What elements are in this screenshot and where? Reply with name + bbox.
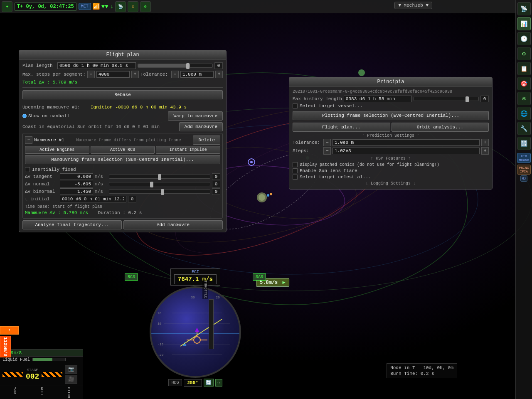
warp-indicator: 1125m/S	[0, 336, 11, 357]
alarm-icon: ⊙	[128, 1, 138, 12]
select-target-label: Select target vessel...	[300, 103, 363, 108]
burn-time: Burn Time: 0.2 s	[390, 371, 453, 376]
max-history-label: Max history length	[293, 96, 342, 101]
liquid-fuel-bar	[32, 358, 66, 361]
t-initial-input[interactable]	[60, 196, 126, 202]
max-steps-plus[interactable]: +	[131, 71, 139, 78]
comm-icon: 📡	[115, 1, 126, 12]
manoeuvre-dv-label: Manœuvre Δv : 5.789 m/s	[25, 210, 88, 215]
p-steps-plus[interactable]: +	[481, 147, 489, 155]
warp-button[interactable]: Warp to manœuvre	[168, 111, 223, 121]
met-badge: MET	[79, 3, 91, 10]
p-tolerance-input[interactable]	[332, 139, 480, 146]
max-steps-minus[interactable]: −	[87, 71, 95, 78]
p-steps-minus[interactable]: −	[323, 147, 331, 155]
navball-sphere: 10 -10 20 -20 30 20	[150, 286, 241, 378]
instant-impulse-btn[interactable]: Instant Impulse	[156, 146, 220, 154]
clock-btn[interactable]: 🕐	[517, 32, 531, 45]
hdg-value: 255°	[184, 379, 202, 387]
max-steps-label: Max. steps per segment:	[22, 72, 86, 77]
stage-label: STAGE	[26, 368, 39, 372]
select-target-checkbox[interactable]	[293, 103, 298, 108]
prediction-settings-label: ↑ Prediction Settings ↑	[293, 133, 489, 138]
nav-icon-2[interactable]: ↔	[215, 379, 222, 387]
tolerance-minus[interactable]: −	[171, 71, 179, 78]
dv-binormal-num: 0	[212, 188, 220, 195]
manoeuvre-num-label: Manœuvre #1	[34, 138, 64, 143]
dv-tangent-input[interactable]	[60, 173, 93, 180]
target-celestial-checkbox[interactable]	[293, 175, 298, 180]
patched-conics-checkbox[interactable]	[293, 162, 298, 167]
stage-warning-bar: !	[0, 326, 19, 335]
upcoming-label: Upcoming manœuvre #1:	[22, 105, 89, 110]
tolerance-label: Tolerance:	[140, 72, 170, 77]
show-navball-label: Show on navball	[28, 113, 69, 118]
svg-text:20: 20	[216, 296, 220, 299]
principia-label: PRINCIPIA	[517, 165, 530, 175]
flight-plan-btn[interactable]: Flight plan...	[293, 123, 390, 132]
sun-lens-checkbox[interactable]	[293, 168, 298, 173]
add-manoeuvre-btn-2[interactable]: Add manœuvre	[123, 220, 223, 229]
speed-display: 7647.1 m/s	[174, 274, 217, 284]
total-dv: Total Δv : 5.789 m/s	[22, 80, 77, 85]
ctb-mouse-label: CTBMouse	[517, 153, 530, 163]
p-steps-input[interactable]	[332, 148, 480, 154]
p-tolerance-plus[interactable]: +	[481, 139, 489, 146]
inertially-fixed-checkbox[interactable]	[25, 167, 30, 172]
rcs-mode-btn[interactable]: RCS	[125, 273, 138, 281]
sun-lens-label: Enable Sun lens flare	[300, 168, 357, 173]
eci-label[interactable]: ECI	[174, 270, 217, 274]
t-initial-label: t initial	[25, 197, 58, 202]
sas-mode-btn[interactable]: SAS	[253, 273, 266, 281]
dv-tangent-unit: m/s	[95, 174, 107, 179]
pitch-label: PITCH	[66, 387, 71, 398]
svg-text:20: 20	[158, 311, 162, 315]
svg-text:10: 10	[158, 322, 162, 325]
principia-title: Principia	[289, 77, 492, 87]
svg-point-15	[250, 161, 253, 163]
camera-btn-2[interactable]: 🎥	[65, 375, 77, 384]
ksp-icon: ✦	[2, 1, 12, 12]
signal-icon: 📶	[93, 3, 100, 10]
analyse-btn[interactable]: Analyse final trajectory...	[22, 220, 122, 229]
snowflake-btn[interactable]: ❄	[517, 92, 531, 105]
inertially-fixed-label: Inertially fixed	[32, 167, 76, 172]
globe-btn[interactable]: 🌐	[517, 107, 531, 120]
dv-binormal-input[interactable]	[60, 188, 93, 195]
mj-label: MJ	[520, 175, 528, 182]
principia-id: 2021071001-Grossmann-0-g4ce93054cdc9b49c…	[293, 89, 489, 94]
active-rcs-btn[interactable]: Active RCS	[91, 146, 155, 154]
flight-plan-title: Flight plan	[19, 50, 226, 60]
navball-radio[interactable]	[22, 114, 27, 118]
camera-btn-1[interactable]: 📷	[65, 365, 77, 374]
settings-btn[interactable]: ⚙	[517, 47, 531, 60]
stage-panel: 1129m/S Liquid Fuel STAGE 002 📷 🎥 YAW RO…	[0, 349, 83, 399]
liquid-fuel-label: Liquid Fuel	[2, 357, 30, 362]
flight-plan-window: Flight plan Plan length 0 Max. steps per…	[19, 50, 227, 232]
frame-selection-btn[interactable]: Manœuvring frame selection (Sun-Centred …	[25, 155, 220, 164]
plan-length-input[interactable]	[57, 62, 136, 69]
tolerance-input[interactable]	[180, 71, 214, 78]
down-arrow-icon: ↓	[110, 3, 113, 10]
max-steps-input[interactable]	[96, 71, 130, 78]
p-tolerance-minus[interactable]: −	[323, 139, 331, 146]
stage-warning-2	[42, 372, 62, 377]
add-manoeuvre-btn-1[interactable]: Add manœuvre	[179, 122, 223, 131]
plotting-frame-btn[interactable]: Plotting frame selection (Eve-Centred In…	[293, 111, 489, 120]
rebase-button[interactable]: Rebase	[22, 90, 223, 99]
monitor-btn[interactable]: 📊	[517, 17, 531, 30]
active-engines-btn[interactable]: Active Engines	[25, 146, 89, 154]
tolerance-plus[interactable]: +	[215, 71, 223, 78]
delete-button[interactable]: Delete	[193, 135, 220, 145]
orbit-analysis-btn[interactable]: Orbit analysis...	[392, 123, 489, 132]
antenna-btn[interactable]: 📡	[517, 2, 531, 15]
manoeuvre-collapse[interactable]: −	[25, 136, 32, 144]
mechjeb-menu[interactable]: ▼ MechJeb ▼	[394, 2, 432, 9]
dv-normal-input[interactable]	[60, 181, 93, 187]
calculator-btn[interactable]: 🔢	[517, 137, 531, 150]
max-history-input[interactable]	[344, 96, 412, 102]
target-btn[interactable]: 🎯	[517, 77, 531, 90]
wrench-btn[interactable]: 🔧	[517, 122, 531, 135]
clipboard-btn[interactable]: 📋	[517, 62, 531, 75]
nav-icon-1[interactable]: 🔄	[204, 379, 214, 387]
